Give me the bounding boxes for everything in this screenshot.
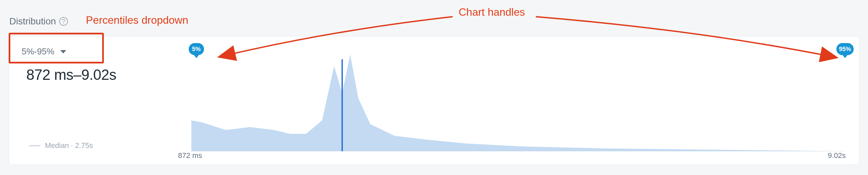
chevron-down-icon — [60, 50, 66, 53]
handle-pointer-icon — [194, 55, 199, 58]
x-axis-max: 9.02s — [828, 151, 846, 160]
percentiles-dropdown[interactable]: 5%-95% — [22, 46, 66, 57]
help-icon[interactable]: ? — [59, 17, 68, 26]
range-value: 872 ms–9.02s — [26, 67, 116, 83]
chart-handle-left-label: 5% — [189, 43, 204, 55]
percentiles-dropdown-value: 5%-95% — [22, 46, 54, 57]
section-title: Distribution — [9, 16, 56, 27]
x-axis-min: 872 ms — [178, 151, 202, 160]
median-label: Median · 2.75s — [45, 141, 93, 150]
legend-swatch — [29, 145, 40, 146]
distribution-chart: 872 ms 9.02s — [191, 51, 846, 158]
x-axis: 872 ms 9.02s — [178, 151, 846, 163]
section-title-row: Distribution ? — [9, 16, 68, 27]
distribution-area — [191, 51, 846, 151]
annotation-handles-label: Chart handles — [459, 6, 525, 18]
chart-handle-right[interactable]: 95% — [836, 43, 854, 58]
annotation-dropdown-label: Percentiles dropdown — [86, 14, 188, 26]
median-legend: Median · 2.75s — [29, 141, 93, 150]
handle-pointer-icon — [842, 55, 848, 58]
distribution-card: 5%-95% 872 ms–9.02s Median · 2.75s 872 m… — [9, 36, 859, 165]
chart-handle-left[interactable]: 5% — [189, 43, 204, 58]
chart-handle-right-label: 95% — [836, 43, 854, 55]
